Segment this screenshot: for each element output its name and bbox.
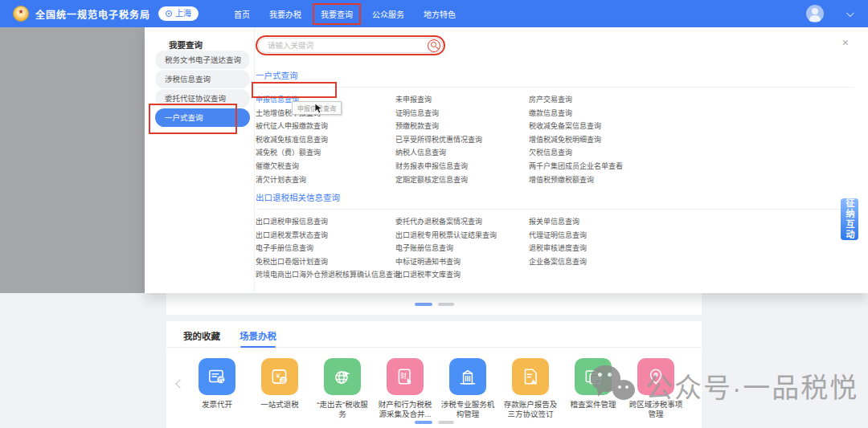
service-label: 发票代开 [202,400,232,410]
top-header: 全国统一规范电子税务局 上海 首页我要办税我要查询公众服务地方特色 [0,0,868,27]
scene-tax-card: 我的收藏场景办税 代发票代开¥退一站式退税“走出去”税收服务财财产和行为税税源采… [166,321,702,428]
query-link[interactable]: 出口退税率文库查询 [395,270,461,283]
nav-item[interactable]: 我要办税 [261,3,309,25]
query-link[interactable]: 缴款信息查询 [529,108,572,122]
query-link[interactable]: 减免税（费）额查询 [256,148,321,161]
search-input[interactable] [258,38,443,53]
dim-overlay [0,27,145,293]
query-link[interactable]: 已享受所得税优惠情况查询 [395,135,482,149]
service-item: “走出去”税收服务 [311,358,374,419]
interaction-float-button[interactable]: 征纳互动 [841,198,858,240]
query-link[interactable]: 报关单信息查询 [529,217,579,230]
card-pager [166,421,702,424]
nav-item[interactable]: 公众服务 [364,3,412,25]
service-label: 涉税专业服务机构管理 [440,400,496,419]
tab-scene-tax[interactable]: 场景办税 [240,332,276,342]
section-title: 出口退税相关信息查询 [256,191,854,203]
nav-item[interactable]: 地方特色 [416,3,464,25]
query-link[interactable]: 出口退税专用税票认证结果查询 [395,230,497,244]
divider [256,87,854,88]
audit-case-icon[interactable] [575,358,612,395]
query-link[interactable]: 电子账册信息查询 [395,243,453,257]
query-link[interactable]: 催缴欠税查询 [256,161,299,175]
service-label: 存款账户报告及三方协议签订 [502,400,559,419]
query-link[interactable]: 委托代办退税备案情况查询 [395,217,482,230]
service-label: 财产和行为税税源采集及合并... [377,400,433,419]
service-item: 稽查案件管理 [562,358,624,419]
search-icon[interactable] [428,39,440,52]
query-link[interactable]: 增值税减免税明细查询 [529,135,601,149]
query-link[interactable]: 定期定额核定信息查询 [395,175,468,189]
account-report-icon[interactable] [512,358,549,395]
query-link[interactable]: 证明信息查询 [395,108,439,122]
section-export-refund-query: 出口退税相关信息查询 出口退税申报信息查询委托代办退税备案情况查询报关单信息查询… [256,191,854,283]
pager-dash[interactable] [438,421,454,424]
chevron-left-icon[interactable] [175,379,184,388]
carousel-strip [166,293,702,315]
query-link[interactable]: 税收减免备案信息查询 [529,121,601,135]
chevron-down-icon[interactable] [846,9,854,17]
globe-plane-icon[interactable] [324,358,361,395]
pager-dash-active[interactable] [415,303,432,306]
query-link[interactable]: 代理证明信息查询 [529,230,587,244]
query-mega-menu: 我要查询 税务文书电子送达查询涉税信息查询委托代征协议查询一户式查询 × 一户式… [145,27,868,293]
section-title: 一户式查询 [256,69,854,81]
location-pill[interactable]: 上海 [158,6,199,21]
query-link[interactable]: 退税审核进度查询 [529,243,587,257]
service-item: 涉税专业服务机构管理 [436,358,499,419]
property-tax-icon[interactable]: 财 [387,358,424,395]
query-link[interactable]: 跨境电商出口海外仓预退税核算确认信息查询 [256,270,400,283]
query-link[interactable]: 被代征人申报缴款查询 [256,121,328,135]
service-label: 一站式退税 [260,400,299,410]
map-pin-icon[interactable] [637,358,674,395]
search-area [256,35,445,55]
location-label: 上海 [175,7,191,20]
query-link[interactable]: 电子手册信息查询 [256,243,313,257]
main-nav: 首页我要办税我要查询公众服务地方特色 [226,3,464,25]
nav-item[interactable]: 首页 [226,3,258,25]
close-icon[interactable]: × [842,37,849,48]
avatar[interactable] [806,5,824,22]
query-link[interactable]: 纳税人信息查询 [395,148,446,161]
query-link[interactable]: 中标证明通知书查询 [395,257,461,271]
query-link[interactable]: 出口退税发票状态查询 [256,230,328,244]
service-label: 稽查案件管理 [570,400,616,410]
sidebar: 我要查询 税务文书电子送达查询涉税信息查询委托代征协议查询一户式查询 [145,27,255,293]
service-icons-row: 代发票代开¥退一站式退税“走出去”税收服务财财产和行为税税源采集及合并...涉税… [186,358,687,419]
service-item: 代发票代开 [186,358,248,419]
pager-dash[interactable] [438,303,454,306]
service-item: 财财产和行为税税源采集及合并... [374,358,436,419]
section-links: 出口退税申报信息查询委托代办退税备案情况查询报关单信息查询出口退税发票状态查询出… [256,217,854,283]
query-link[interactable]: 企业备案信息查询 [529,257,587,271]
query-link[interactable]: 欠税信息查询 [529,148,572,161]
sidebar-item[interactable]: 涉税信息查询 [155,70,250,88]
divider [256,209,854,210]
sidebar-item[interactable]: 税务文书电子送达查询 [155,51,250,69]
query-link[interactable]: 未申报查询 [395,95,432,108]
national-emblem-logo [13,6,29,22]
svg-text:财: 财 [401,372,407,380]
query-link[interactable]: 税收减免核准信息查询 [256,135,328,149]
query-link[interactable]: 房产交易查询 [529,95,572,108]
tab-my-favorites[interactable]: 我的收藏 [183,332,220,342]
sidebar-title: 我要查询 [169,39,254,51]
refund-icon[interactable]: ¥退 [261,358,298,395]
building-icon[interactable] [449,358,486,395]
location-pin-icon [166,10,172,17]
sidebar-item[interactable]: 委托代征协议查询 [155,89,250,108]
nav-item[interactable]: 我要查询 [313,3,361,25]
query-link[interactable]: 两千户集团成员企业名单查看 [529,161,623,175]
query-link[interactable]: 清欠计划表查询 [256,175,306,189]
service-label: 跨区域涉税事项管理 [628,400,684,419]
svg-text:退: 退 [280,377,285,384]
query-link[interactable]: 预缴税款查询 [395,121,439,135]
query-link[interactable]: 免税出口卷烟计划查询 [256,257,328,271]
page: 全国统一规范电子税务局 上海 首页我要办税我要查询公众服务地方特色 我要查询 税… [0,0,868,428]
query-link[interactable]: 出口退税申报信息查询 [256,217,328,230]
invoice-icon[interactable]: 代 [199,358,235,395]
query-link[interactable]: 增值税预缴税额查询 [529,175,594,189]
pager-dash-active[interactable] [415,421,432,424]
svg-text:代: 代 [219,376,224,383]
sidebar-item[interactable]: 一户式查询 [155,108,250,127]
query-link[interactable]: 财务报表申报信息查询 [395,161,468,175]
